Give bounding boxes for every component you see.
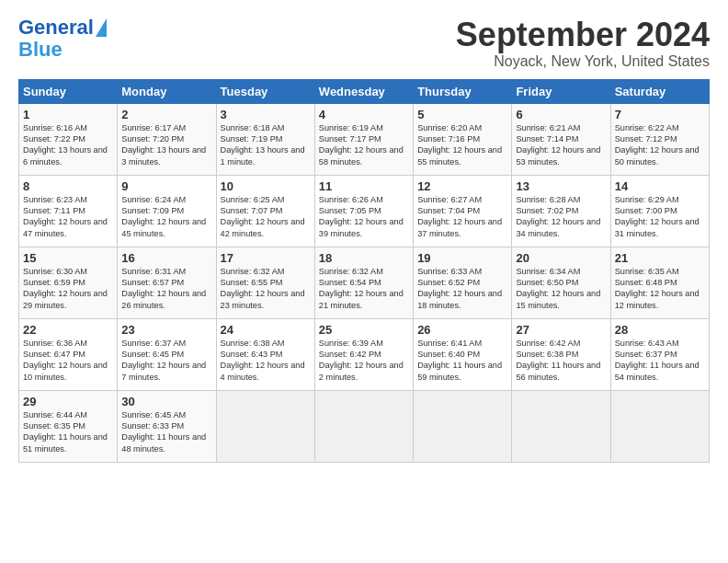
cell-details: Sunrise: 6:20 AMSunset: 7:16 PMDaylight:… — [417, 123, 502, 167]
day-number: 28 — [615, 323, 705, 337]
cell-details: Sunrise: 6:44 AMSunset: 6:35 PMDaylight:… — [23, 410, 108, 454]
cell-details: Sunrise: 6:31 AMSunset: 6:57 PMDaylight:… — [121, 267, 206, 310]
calendar-cell: 16Sunrise: 6:31 AMSunset: 6:57 PMDayligh… — [118, 247, 216, 318]
logo: General Blue — [18, 17, 107, 61]
calendar-body: 1Sunrise: 6:16 AMSunset: 7:22 PMDaylight… — [19, 103, 710, 462]
day-number: 21 — [615, 251, 705, 265]
calendar-cell — [610, 390, 709, 462]
day-number: 25 — [319, 323, 409, 337]
day-number: 4 — [319, 108, 409, 121]
header-thursday: Thursday — [414, 79, 512, 103]
day-number: 6 — [516, 108, 606, 121]
title-area: September 2024 Noyack, New York, United … — [456, 17, 710, 70]
calendar-cell: 2Sunrise: 6:17 AMSunset: 7:20 PMDaylight… — [118, 103, 216, 175]
cell-details: Sunrise: 6:19 AMSunset: 7:17 PMDaylight:… — [319, 123, 404, 167]
calendar-cell: 30Sunrise: 6:45 AMSunset: 6:33 PMDayligh… — [118, 390, 216, 462]
cell-details: Sunrise: 6:27 AMSunset: 7:04 PMDaylight:… — [417, 195, 502, 238]
day-number: 19 — [417, 251, 507, 265]
calendar-cell: 27Sunrise: 6:42 AMSunset: 6:38 PMDayligh… — [512, 318, 610, 390]
cell-details: Sunrise: 6:45 AMSunset: 6:33 PMDaylight:… — [121, 410, 206, 454]
calendar-week-5: 29Sunrise: 6:44 AMSunset: 6:35 PMDayligh… — [19, 390, 710, 462]
cell-details: Sunrise: 6:22 AMSunset: 7:12 PMDaylight:… — [615, 123, 700, 167]
calendar-cell: 17Sunrise: 6:32 AMSunset: 6:55 PMDayligh… — [216, 247, 314, 318]
calendar-cell: 10Sunrise: 6:25 AMSunset: 7:07 PMDayligh… — [216, 175, 314, 247]
cell-details: Sunrise: 6:43 AMSunset: 6:37 PMDaylight:… — [615, 339, 700, 382]
header-sunday: Sunday — [19, 79, 118, 103]
calendar-cell: 14Sunrise: 6:29 AMSunset: 7:00 PMDayligh… — [610, 175, 709, 247]
header-row: Sunday Monday Tuesday Wednesday Thursday… — [19, 79, 710, 103]
day-number: 12 — [417, 179, 507, 193]
cell-details: Sunrise: 6:34 AMSunset: 6:50 PMDaylight:… — [516, 267, 600, 310]
calendar-cell: 13Sunrise: 6:28 AMSunset: 7:02 PMDayligh… — [512, 175, 610, 247]
cell-details: Sunrise: 6:21 AMSunset: 7:14 PMDaylight:… — [516, 123, 600, 167]
header: General Blue September 2024 Noyack, New … — [18, 17, 710, 70]
day-number: 16 — [121, 251, 211, 265]
calendar-week-3: 15Sunrise: 6:30 AMSunset: 6:59 PMDayligh… — [19, 247, 710, 318]
cell-details: Sunrise: 6:18 AMSunset: 7:19 PMDaylight:… — [221, 123, 305, 167]
day-number: 13 — [516, 179, 606, 193]
calendar-cell: 24Sunrise: 6:38 AMSunset: 6:43 PMDayligh… — [216, 318, 314, 390]
calendar-cell: 15Sunrise: 6:30 AMSunset: 6:59 PMDayligh… — [19, 247, 118, 318]
cell-details: Sunrise: 6:29 AMSunset: 7:00 PMDaylight:… — [615, 195, 700, 238]
cell-details: Sunrise: 6:17 AMSunset: 7:20 PMDaylight:… — [121, 123, 206, 167]
day-number: 26 — [417, 323, 507, 337]
day-number: 7 — [615, 108, 705, 121]
day-number: 3 — [221, 108, 311, 121]
page-subtitle: Noyack, New York, United States — [456, 53, 710, 70]
day-number: 9 — [121, 179, 211, 193]
calendar-table: Sunday Monday Tuesday Wednesday Thursday… — [18, 79, 710, 463]
logo-text2: Blue — [18, 39, 63, 61]
calendar-cell: 12Sunrise: 6:27 AMSunset: 7:04 PMDayligh… — [414, 175, 512, 247]
day-number: 23 — [121, 323, 211, 337]
cell-details: Sunrise: 6:36 AMSunset: 6:47 PMDaylight:… — [23, 339, 108, 382]
calendar-cell: 8Sunrise: 6:23 AMSunset: 7:11 PMDaylight… — [19, 175, 118, 247]
cell-details: Sunrise: 6:38 AMSunset: 6:43 PMDaylight:… — [221, 339, 305, 382]
day-number: 2 — [121, 108, 211, 121]
calendar-cell: 9Sunrise: 6:24 AMSunset: 7:09 PMDaylight… — [118, 175, 216, 247]
cell-details: Sunrise: 6:30 AMSunset: 6:59 PMDaylight:… — [23, 267, 108, 310]
header-friday: Friday — [512, 79, 610, 103]
cell-details: Sunrise: 6:28 AMSunset: 7:02 PMDaylight:… — [516, 195, 600, 238]
calendar-cell: 18Sunrise: 6:32 AMSunset: 6:54 PMDayligh… — [314, 247, 413, 318]
header-wednesday: Wednesday — [314, 79, 413, 103]
calendar-cell — [414, 390, 512, 462]
calendar-cell: 11Sunrise: 6:26 AMSunset: 7:05 PMDayligh… — [314, 175, 413, 247]
page-title: September 2024 — [456, 17, 710, 53]
cell-details: Sunrise: 6:25 AMSunset: 7:07 PMDaylight:… — [221, 195, 305, 238]
day-number: 22 — [23, 323, 113, 337]
day-number: 15 — [23, 251, 113, 265]
header-tuesday: Tuesday — [216, 79, 314, 103]
page: General Blue September 2024 Noyack, New … — [0, 0, 728, 472]
day-number: 30 — [121, 395, 211, 408]
calendar-cell: 6Sunrise: 6:21 AMSunset: 7:14 PMDaylight… — [512, 103, 610, 175]
day-number: 5 — [417, 108, 507, 121]
cell-details: Sunrise: 6:24 AMSunset: 7:09 PMDaylight:… — [121, 195, 206, 238]
cell-details: Sunrise: 6:32 AMSunset: 6:54 PMDaylight:… — [319, 267, 404, 310]
day-number: 14 — [615, 179, 705, 193]
calendar-week-4: 22Sunrise: 6:36 AMSunset: 6:47 PMDayligh… — [19, 318, 710, 390]
header-monday: Monday — [118, 79, 216, 103]
day-number: 10 — [221, 179, 311, 193]
calendar-cell: 3Sunrise: 6:18 AMSunset: 7:19 PMDaylight… — [216, 103, 314, 175]
calendar-header: Sunday Monday Tuesday Wednesday Thursday… — [19, 79, 710, 103]
cell-details: Sunrise: 6:35 AMSunset: 6:48 PMDaylight:… — [615, 267, 700, 310]
day-number: 18 — [319, 251, 409, 265]
day-number: 17 — [221, 251, 311, 265]
calendar-cell: 23Sunrise: 6:37 AMSunset: 6:45 PMDayligh… — [118, 318, 216, 390]
calendar-cell: 7Sunrise: 6:22 AMSunset: 7:12 PMDaylight… — [610, 103, 709, 175]
logo-text: General — [18, 17, 94, 39]
calendar-cell: 29Sunrise: 6:44 AMSunset: 6:35 PMDayligh… — [19, 390, 118, 462]
calendar-cell: 20Sunrise: 6:34 AMSunset: 6:50 PMDayligh… — [512, 247, 610, 318]
calendar-cell: 28Sunrise: 6:43 AMSunset: 6:37 PMDayligh… — [610, 318, 709, 390]
header-saturday: Saturday — [610, 79, 709, 103]
calendar-cell — [216, 390, 314, 462]
day-number: 8 — [23, 179, 113, 193]
calendar-cell: 22Sunrise: 6:36 AMSunset: 6:47 PMDayligh… — [19, 318, 118, 390]
calendar-cell: 5Sunrise: 6:20 AMSunset: 7:16 PMDaylight… — [414, 103, 512, 175]
calendar-cell: 4Sunrise: 6:19 AMSunset: 7:17 PMDaylight… — [314, 103, 413, 175]
cell-details: Sunrise: 6:23 AMSunset: 7:11 PMDaylight:… — [23, 195, 108, 238]
day-number: 24 — [221, 323, 311, 337]
cell-details: Sunrise: 6:33 AMSunset: 6:52 PMDaylight:… — [417, 267, 502, 310]
calendar-cell: 26Sunrise: 6:41 AMSunset: 6:40 PMDayligh… — [414, 318, 512, 390]
cell-details: Sunrise: 6:32 AMSunset: 6:55 PMDaylight:… — [221, 267, 305, 310]
